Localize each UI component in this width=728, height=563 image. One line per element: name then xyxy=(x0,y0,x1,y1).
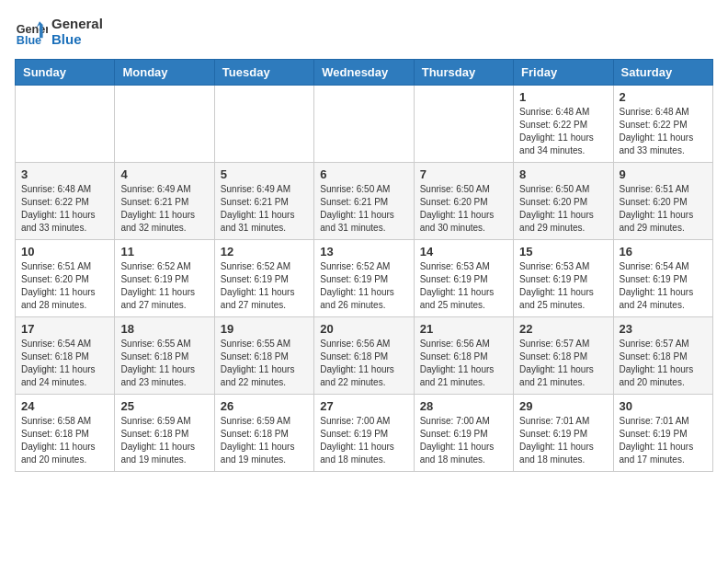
day-info: Sunrise: 6:59 AM Sunset: 6:18 PM Dayligh… xyxy=(221,415,308,466)
calendar-cell: 28Sunrise: 7:00 AM Sunset: 6:19 PM Dayli… xyxy=(414,395,513,472)
calendar-cell: 30Sunrise: 7:01 AM Sunset: 6:19 PM Dayli… xyxy=(613,395,712,472)
day-number: 28 xyxy=(420,399,507,413)
week-row-1: 3Sunrise: 6:48 AM Sunset: 6:22 PM Daylig… xyxy=(16,163,713,240)
week-row-3: 17Sunrise: 6:54 AM Sunset: 6:18 PM Dayli… xyxy=(16,317,713,395)
day-info: Sunrise: 6:48 AM Sunset: 6:22 PM Dayligh… xyxy=(519,106,607,157)
weekday-header-sunday: Sunday xyxy=(16,60,115,86)
day-info: Sunrise: 6:48 AM Sunset: 6:22 PM Dayligh… xyxy=(21,183,108,235)
day-info: Sunrise: 6:49 AM Sunset: 6:21 PM Dayligh… xyxy=(120,183,208,235)
day-number: 8 xyxy=(519,167,607,181)
day-info: Sunrise: 7:01 AM Sunset: 6:19 PM Dayligh… xyxy=(519,415,607,466)
day-info: Sunrise: 6:52 AM Sunset: 6:19 PM Dayligh… xyxy=(320,260,407,312)
weekday-header-row: SundayMondayTuesdayWednesdayThursdayFrid… xyxy=(16,60,713,86)
calendar-cell: 7Sunrise: 6:50 AM Sunset: 6:20 PM Daylig… xyxy=(414,163,513,240)
day-number: 29 xyxy=(519,399,607,413)
calendar-cell: 27Sunrise: 7:00 AM Sunset: 6:19 PM Dayli… xyxy=(314,395,414,472)
day-info: Sunrise: 6:57 AM Sunset: 6:18 PM Dayligh… xyxy=(519,338,607,389)
day-number: 12 xyxy=(221,245,308,259)
calendar-cell: 18Sunrise: 6:55 AM Sunset: 6:18 PM Dayli… xyxy=(115,317,214,395)
day-number: 13 xyxy=(320,245,407,259)
calendar-cell: 4Sunrise: 6:49 AM Sunset: 6:21 PM Daylig… xyxy=(115,163,214,240)
calendar-cell: 3Sunrise: 6:48 AM Sunset: 6:22 PM Daylig… xyxy=(16,163,115,240)
week-row-2: 10Sunrise: 6:51 AM Sunset: 6:20 PM Dayli… xyxy=(16,240,713,317)
day-info: Sunrise: 6:59 AM Sunset: 6:18 PM Dayligh… xyxy=(120,415,208,466)
calendar-cell: 14Sunrise: 6:53 AM Sunset: 6:19 PM Dayli… xyxy=(414,240,513,317)
week-row-0: 1Sunrise: 6:48 AM Sunset: 6:22 PM Daylig… xyxy=(16,86,713,163)
day-number: 20 xyxy=(320,322,407,336)
calendar-cell xyxy=(16,86,115,163)
weekday-header-saturday: Saturday xyxy=(613,60,712,86)
day-info: Sunrise: 6:51 AM Sunset: 6:20 PM Dayligh… xyxy=(21,260,108,312)
day-info: Sunrise: 6:57 AM Sunset: 6:18 PM Dayligh… xyxy=(620,338,707,389)
day-info: Sunrise: 7:00 AM Sunset: 6:19 PM Dayligh… xyxy=(320,415,407,466)
day-info: Sunrise: 6:48 AM Sunset: 6:22 PM Dayligh… xyxy=(620,106,707,157)
weekday-header-friday: Friday xyxy=(514,60,613,86)
day-info: Sunrise: 7:00 AM Sunset: 6:19 PM Dayligh… xyxy=(420,415,507,466)
calendar-table: SundayMondayTuesdayWednesdayThursdayFrid… xyxy=(15,59,713,472)
day-number: 15 xyxy=(519,245,607,259)
day-number: 16 xyxy=(620,245,707,259)
calendar-header: SundayMondayTuesdayWednesdayThursdayFrid… xyxy=(16,60,713,86)
calendar-body: 1Sunrise: 6:48 AM Sunset: 6:22 PM Daylig… xyxy=(16,86,713,472)
day-info: Sunrise: 6:56 AM Sunset: 6:18 PM Dayligh… xyxy=(320,338,407,389)
calendar-cell xyxy=(115,86,214,163)
calendar-cell: 19Sunrise: 6:55 AM Sunset: 6:18 PM Dayli… xyxy=(214,317,313,395)
day-info: Sunrise: 7:01 AM Sunset: 6:19 PM Dayligh… xyxy=(620,415,707,466)
calendar-cell: 20Sunrise: 6:56 AM Sunset: 6:18 PM Dayli… xyxy=(314,317,414,395)
calendar-cell: 9Sunrise: 6:51 AM Sunset: 6:20 PM Daylig… xyxy=(613,163,712,240)
calendar-cell: 24Sunrise: 6:58 AM Sunset: 6:18 PM Dayli… xyxy=(16,395,115,472)
day-number: 22 xyxy=(519,322,607,336)
day-number: 30 xyxy=(620,399,707,413)
day-number: 1 xyxy=(519,90,607,104)
day-info: Sunrise: 6:53 AM Sunset: 6:19 PM Dayligh… xyxy=(519,260,607,312)
calendar-cell: 11Sunrise: 6:52 AM Sunset: 6:19 PM Dayli… xyxy=(115,240,214,317)
day-info: Sunrise: 6:56 AM Sunset: 6:18 PM Dayligh… xyxy=(420,338,507,389)
day-number: 25 xyxy=(120,399,208,413)
day-number: 17 xyxy=(21,322,108,336)
calendar-cell: 23Sunrise: 6:57 AM Sunset: 6:18 PM Dayli… xyxy=(613,317,712,395)
day-info: Sunrise: 6:52 AM Sunset: 6:19 PM Dayligh… xyxy=(221,260,308,312)
day-info: Sunrise: 6:50 AM Sunset: 6:20 PM Dayligh… xyxy=(519,183,607,235)
calendar-cell: 26Sunrise: 6:59 AM Sunset: 6:18 PM Dayli… xyxy=(214,395,313,472)
day-number: 9 xyxy=(620,167,707,181)
day-info: Sunrise: 6:52 AM Sunset: 6:19 PM Dayligh… xyxy=(120,260,208,312)
day-number: 19 xyxy=(221,322,308,336)
logo-blue: Blue xyxy=(51,31,103,47)
day-number: 27 xyxy=(320,399,407,413)
calendar-cell: 1Sunrise: 6:48 AM Sunset: 6:22 PM Daylig… xyxy=(514,86,613,163)
day-info: Sunrise: 6:51 AM Sunset: 6:20 PM Dayligh… xyxy=(620,183,707,235)
logo-icon: General Blue xyxy=(15,15,48,48)
page-header: General Blue General Blue xyxy=(15,15,713,48)
day-number: 6 xyxy=(320,167,407,181)
calendar-cell xyxy=(314,86,414,163)
day-number: 23 xyxy=(620,322,707,336)
calendar-cell: 13Sunrise: 6:52 AM Sunset: 6:19 PM Dayli… xyxy=(314,240,414,317)
day-info: Sunrise: 6:53 AM Sunset: 6:19 PM Dayligh… xyxy=(420,260,507,312)
day-number: 14 xyxy=(420,245,507,259)
weekday-header-monday: Monday xyxy=(115,60,214,86)
day-number: 24 xyxy=(21,399,108,413)
day-number: 11 xyxy=(120,245,208,259)
calendar-cell: 2Sunrise: 6:48 AM Sunset: 6:22 PM Daylig… xyxy=(613,86,712,163)
calendar-cell: 17Sunrise: 6:54 AM Sunset: 6:18 PM Dayli… xyxy=(16,317,115,395)
day-number: 10 xyxy=(21,245,108,259)
day-info: Sunrise: 6:58 AM Sunset: 6:18 PM Dayligh… xyxy=(21,415,108,466)
day-info: Sunrise: 6:50 AM Sunset: 6:20 PM Dayligh… xyxy=(420,183,507,235)
svg-text:Blue: Blue xyxy=(17,34,41,47)
day-info: Sunrise: 6:54 AM Sunset: 6:18 PM Dayligh… xyxy=(21,338,108,389)
calendar-cell: 22Sunrise: 6:57 AM Sunset: 6:18 PM Dayli… xyxy=(514,317,613,395)
day-info: Sunrise: 6:55 AM Sunset: 6:18 PM Dayligh… xyxy=(221,338,308,389)
calendar-cell xyxy=(214,86,313,163)
day-number: 26 xyxy=(221,399,308,413)
calendar-cell: 15Sunrise: 6:53 AM Sunset: 6:19 PM Dayli… xyxy=(514,240,613,317)
day-number: 5 xyxy=(221,167,308,181)
calendar-cell: 16Sunrise: 6:54 AM Sunset: 6:19 PM Dayli… xyxy=(613,240,712,317)
logo-general: General xyxy=(51,16,103,31)
day-number: 4 xyxy=(120,167,208,181)
calendar-cell: 10Sunrise: 6:51 AM Sunset: 6:20 PM Dayli… xyxy=(16,240,115,317)
day-info: Sunrise: 6:55 AM Sunset: 6:18 PM Dayligh… xyxy=(120,338,208,389)
calendar-cell: 29Sunrise: 7:01 AM Sunset: 6:19 PM Dayli… xyxy=(514,395,613,472)
day-info: Sunrise: 6:54 AM Sunset: 6:19 PM Dayligh… xyxy=(620,260,707,312)
calendar-cell xyxy=(414,86,513,163)
day-info: Sunrise: 6:50 AM Sunset: 6:21 PM Dayligh… xyxy=(320,183,407,235)
